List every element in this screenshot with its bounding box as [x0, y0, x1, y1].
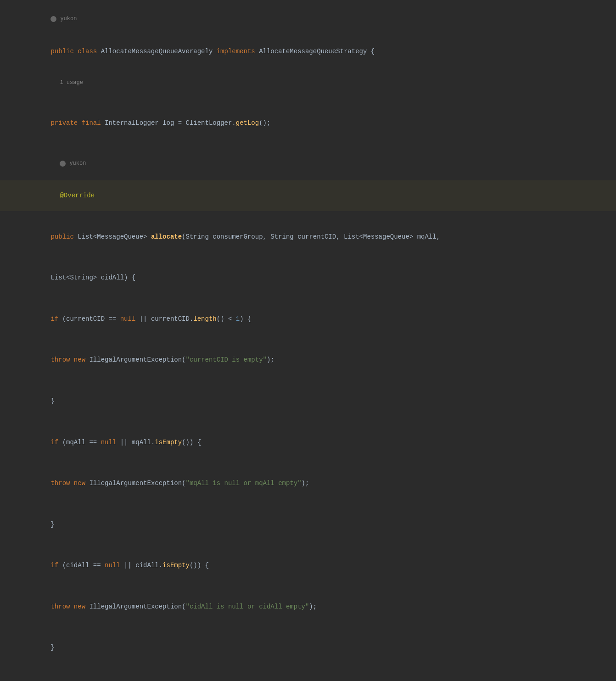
if-condition-3b: || cidAll.: [120, 562, 162, 569]
override-annotation-line: @Override: [0, 180, 616, 211]
kw-new-1: new: [74, 356, 90, 363]
str-mqall-null: "mqAll is null or mqAll empty": [186, 480, 302, 487]
yukon-tag-line2: yukon: [0, 149, 616, 180]
kw-throw-1: throw: [50, 356, 73, 363]
code-content: public class AllocateMessageQueueAverage…: [28, 36, 616, 67]
if-line-1: if (currentCID == null || currentCID.len…: [0, 293, 616, 335]
yukon-tag-2: yukon: [60, 159, 86, 168]
kw-if: if: [50, 315, 62, 323]
line-number: [5, 180, 18, 181]
line-number: [5, 335, 18, 335]
open-brace2: {: [132, 274, 135, 281]
if-close-3: ()) {: [190, 562, 209, 569]
keyword-final: final: [82, 119, 105, 127]
paren-3: (: [182, 603, 185, 610]
line-number: [5, 581, 18, 581]
yukon-tag-content: yukon: [28, 5, 616, 36]
open-brace: {: [371, 48, 375, 55]
throw-line-2: throw new IllegalArgumentException("mqAl…: [0, 458, 616, 499]
close-brace-1: }: [0, 375, 616, 417]
line-number: [5, 622, 18, 623]
usage-content: 1 usage: [28, 67, 616, 97]
method-decl-line: public List<MessageQueue> allocate(Strin…: [0, 211, 616, 252]
line-number: [5, 67, 18, 67]
type-list-string: List<String>: [50, 274, 101, 281]
line-number: [5, 98, 18, 98]
if-close-2: ()) {: [182, 439, 201, 446]
class-illegal-arg-3: IllegalArgumentException: [89, 603, 182, 610]
interface-name: AllocateMessageQueueStrategy: [259, 48, 371, 55]
line-number: [5, 139, 18, 139]
usage-line: 1 usage: [0, 67, 616, 97]
paren-close-1: );: [267, 356, 274, 363]
class-illegal-arg-2: IllegalArgumentException: [89, 480, 182, 487]
keyword-public: public: [50, 48, 78, 55]
param-mq-all: mqAll,: [417, 233, 440, 240]
param-current-cid: currentCID,: [297, 233, 344, 240]
line-number: [5, 499, 18, 499]
usage-tag: 1 usage: [60, 79, 83, 86]
close-brace-3: }: [50, 644, 54, 651]
method-isempty: isEmpty: [155, 439, 182, 446]
class-name: AllocateMessageQueueAveragely: [101, 48, 217, 55]
param-cid-all: cidAll): [101, 274, 132, 281]
parens: ();: [259, 119, 270, 127]
kw-new-3: new: [74, 603, 90, 610]
line-number: [5, 149, 18, 150]
kw-if-3: if: [50, 562, 62, 569]
type-string2: String: [270, 233, 297, 240]
str-cidall-null: "cidAll is null or cidAll empty": [186, 603, 309, 610]
kw-throw-3: throw: [50, 603, 73, 610]
keyword-implements: implements: [217, 48, 259, 55]
class-client-logger: ClientLogger: [186, 119, 232, 127]
method-allocate: allocate: [151, 233, 182, 240]
type-internal-logger: InternalLogger: [105, 119, 162, 127]
close-brace-2: }: [50, 521, 54, 528]
if-line-2: if (mqAll == null || mqAll.isEmpty()) {: [0, 417, 616, 458]
paren-close-2: );: [302, 480, 309, 487]
num-1: 1: [236, 315, 240, 323]
result-decl-line: List<MessageQueue> result = new ArrayLis…: [0, 674, 616, 681]
line-number: [5, 458, 18, 458]
kw-if-2: if: [50, 439, 62, 446]
throw-line-1: throw new IllegalArgumentException("curr…: [0, 335, 616, 376]
close-brace: }: [50, 397, 54, 405]
code-line-class-decl: public class AllocateMessageQueueAverage…: [0, 36, 616, 67]
op-assign: =: [178, 119, 186, 127]
kw-public: public: [50, 233, 78, 240]
paren-length: () <: [217, 315, 236, 323]
line-number: [5, 36, 18, 36]
if-line-3: if (cidAll == null || cidAll.isEmpty()) …: [0, 540, 616, 581]
param-consumer-group: consumerGroup,: [213, 233, 270, 240]
type-string: String: [186, 233, 213, 240]
line-number: [5, 375, 18, 376]
close-brace-2: }: [0, 499, 616, 540]
method-length: length: [193, 315, 216, 323]
if-condition-2a: (mqAll ==: [62, 439, 101, 446]
line-number: [5, 674, 18, 674]
kw-null-3: null: [105, 562, 120, 569]
code-content: private final InternalLogger log = Clien…: [28, 98, 616, 139]
str-current-cid-empty: "currentCID is empty": [186, 356, 267, 363]
var-log: log: [162, 119, 178, 127]
op-dot: .: [232, 119, 235, 127]
line-number: [5, 293, 18, 294]
paren-open: (: [182, 233, 185, 240]
method-isempty-2: isEmpty: [162, 562, 190, 569]
kw-null: null: [120, 315, 136, 323]
code-editor: yukon public class AllocateMessageQueueA…: [0, 0, 616, 681]
if-condition-2b: || mqAll.: [116, 439, 155, 446]
type-list: List<MessageQueue>: [78, 233, 151, 240]
class-illegal-arg-1: IllegalArgumentException: [89, 356, 182, 363]
line-number: [5, 540, 18, 541]
keyword-private: private: [50, 119, 81, 127]
kw-throw-2: throw: [50, 480, 73, 487]
yukon-tag: yukon: [50, 15, 77, 23]
throw-line-3: throw new IllegalArgumentException("cidA…: [0, 581, 616, 622]
method-getlog: getLog: [236, 119, 259, 127]
paren-2: (: [182, 480, 185, 487]
if-condition-1: (currentCID ==: [62, 315, 120, 323]
if-close: ) {: [240, 315, 251, 323]
paren-1: (: [182, 356, 185, 363]
paren-close-3: );: [309, 603, 317, 610]
